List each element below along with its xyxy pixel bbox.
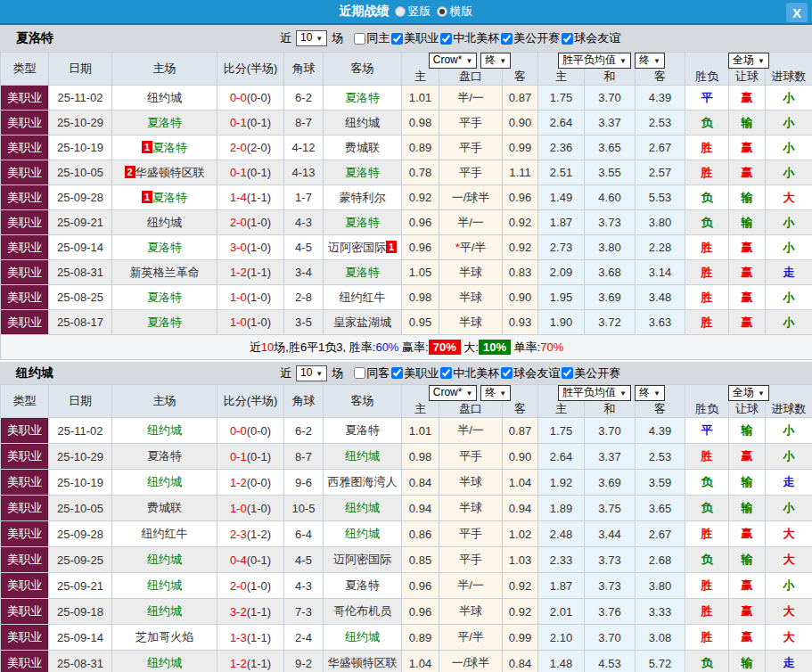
home-team[interactable]: 纽约城 <box>112 86 217 111</box>
home-team-name[interactable]: 纽约红牛 <box>142 527 188 540</box>
home-team[interactable]: 新英格兰革命 <box>112 260 217 285</box>
away-team[interactable]: 纽约城 <box>324 496 402 521</box>
filter-checkbox[interactable] <box>391 33 403 45</box>
home-team[interactable]: 夏洛特 <box>112 285 217 310</box>
home-team-name[interactable]: 夏洛特 <box>152 141 187 154</box>
filter-checkbox[interactable] <box>391 367 403 379</box>
filter-check-2[interactable]: 中北美杯 <box>440 365 499 381</box>
away-team-name[interactable]: 纽约城 <box>345 630 380 643</box>
away-team[interactable]: 西雅图海湾人 <box>324 470 402 496</box>
filter-check-3[interactable]: 美公开赛 <box>501 30 560 46</box>
home-team-name[interactable]: 芝加哥火焰 <box>135 630 193 643</box>
home-team-name[interactable]: 夏洛特 <box>147 291 182 304</box>
away-team[interactable]: 纽约城 <box>324 625 402 651</box>
home-team[interactable]: 夏洛特 <box>112 444 217 470</box>
filter-check-0[interactable]: 同客 <box>354 365 390 381</box>
filter-checkbox[interactable] <box>562 367 573 379</box>
home-team[interactable]: 纽约城 <box>112 210 217 235</box>
away-team[interactable]: 迈阿密国际 <box>324 547 402 573</box>
home-team-name[interactable]: 纽约城 <box>147 553 182 566</box>
filter-check-0[interactable]: 同主 <box>354 30 390 46</box>
away-team[interactable]: 夏洛特 <box>324 210 402 235</box>
away-team[interactable]: 纽约红牛 <box>324 285 402 310</box>
home-team[interactable]: 费城联 <box>112 496 217 521</box>
away-team-name[interactable]: 纽约红牛 <box>340 291 386 304</box>
home-team[interactable]: 1夏洛特 <box>112 135 217 160</box>
match-count-select[interactable]: 10▼ <box>296 30 327 46</box>
away-team-name[interactable]: 夏洛特 <box>345 578 380 592</box>
home-team-name[interactable]: 夏洛特 <box>147 116 182 129</box>
home-team-name[interactable]: 夏洛特 <box>147 316 182 329</box>
odds-source-select[interactable]: Crow*▼ <box>429 53 478 69</box>
home-team[interactable]: 纽约城 <box>112 599 217 625</box>
away-team[interactable]: 夏洛特 <box>324 573 402 599</box>
away-team[interactable]: 夏洛特 <box>324 260 402 285</box>
odds-time-select[interactable]: 终▼ <box>480 53 511 69</box>
home-team[interactable]: 2华盛顿特区联 <box>112 160 217 185</box>
home-team-name[interactable]: 纽约城 <box>147 216 182 229</box>
filter-checkbox[interactable] <box>354 367 365 379</box>
home-team-name[interactable]: 华盛顿特区联 <box>135 166 205 179</box>
home-team[interactable]: 芝加哥火焰 <box>112 625 217 651</box>
filter-check-4[interactable]: 球会友谊 <box>562 30 620 46</box>
away-team-name[interactable]: 华盛顿特区联 <box>328 656 398 669</box>
away-team-name[interactable]: 纽约城 <box>345 527 380 540</box>
home-team-name[interactable]: 纽约城 <box>147 423 182 437</box>
away-team[interactable]: 迈阿密国际1 <box>324 235 402 260</box>
avg-odds-select[interactable]: 胜平负均值▼ <box>558 53 631 69</box>
home-team[interactable]: 夏洛特 <box>112 111 217 135</box>
home-team[interactable]: 纽约红牛 <box>112 521 217 547</box>
away-team-name[interactable]: 皇家盐湖城 <box>333 316 391 329</box>
away-team-name[interactable]: 夏洛特 <box>345 91 380 104</box>
filter-checkbox[interactable] <box>354 33 365 45</box>
away-team-name[interactable]: 费城联 <box>345 141 380 154</box>
close-button[interactable]: X <box>786 3 808 22</box>
filter-checkbox[interactable] <box>440 367 452 379</box>
home-team-name[interactable]: 纽约城 <box>147 91 182 104</box>
home-team[interactable]: 纽约城 <box>112 651 217 672</box>
home-team[interactable]: 夏洛特 <box>112 310 217 335</box>
home-team[interactable]: 1夏洛特 <box>112 185 217 210</box>
filter-check-1[interactable]: 美职业 <box>391 30 439 46</box>
away-team[interactable]: 夏洛特 <box>324 86 402 111</box>
home-team-name[interactable]: 夏洛特 <box>147 241 182 254</box>
home-team-name[interactable]: 费城联 <box>147 501 182 514</box>
away-team[interactable]: 华盛顿特区联 <box>324 651 402 672</box>
home-team[interactable]: 夏洛特 <box>112 235 217 260</box>
odds-source-select[interactable]: Crow*▼ <box>429 385 478 401</box>
filter-check-1[interactable]: 美职业 <box>391 365 439 381</box>
home-team-name[interactable]: 纽约城 <box>147 475 182 488</box>
scope-select[interactable]: 全场▼ <box>728 53 769 69</box>
away-team[interactable]: 纽约城 <box>324 521 402 547</box>
away-team-name[interactable]: 哥伦布机员 <box>333 604 391 618</box>
away-team-name[interactable]: 夏洛特 <box>345 216 380 229</box>
scope-select[interactable]: 全场▼ <box>728 385 769 401</box>
radio-unselected-icon[interactable] <box>395 6 406 17</box>
away-team-name[interactable]: 迈阿密国际 <box>333 553 391 566</box>
away-team-name[interactable]: 夏洛特 <box>345 266 380 279</box>
filter-checkbox[interactable] <box>440 33 452 45</box>
avg-odds-select[interactable]: 胜平负均值▼ <box>558 385 631 401</box>
away-team-name[interactable]: 纽约城 <box>345 501 380 514</box>
filter-check-4[interactable]: 美公开赛 <box>562 365 620 381</box>
home-team-name[interactable]: 纽约城 <box>147 656 182 669</box>
home-team[interactable]: 纽约城 <box>112 470 217 496</box>
layout-option-horizontal[interactable]: 横版 <box>437 4 473 20</box>
away-team[interactable]: 夏洛特 <box>324 160 402 185</box>
filter-check-3[interactable]: 球会友谊 <box>501 365 560 381</box>
away-team-name[interactable]: 西雅图海湾人 <box>328 475 398 488</box>
home-team[interactable]: 纽约城 <box>112 418 217 444</box>
away-team-name[interactable]: 蒙特利尔 <box>340 191 386 204</box>
filter-checkbox[interactable] <box>501 367 513 379</box>
filter-check-2[interactable]: 中北美杯 <box>440 30 499 46</box>
away-team[interactable]: 费城联 <box>324 135 402 160</box>
away-team-name[interactable]: 纽约城 <box>345 449 380 463</box>
home-team-name[interactable]: 夏洛特 <box>152 191 187 204</box>
away-team[interactable]: 哥伦布机员 <box>324 599 402 625</box>
away-team[interactable]: 皇家盐湖城 <box>324 310 402 335</box>
away-team[interactable]: 蒙特利尔 <box>324 185 402 210</box>
home-team-name[interactable]: 纽约城 <box>147 604 182 618</box>
away-team-name[interactable]: 纽约城 <box>345 116 380 129</box>
away-team-name[interactable]: 迈阿密国际 <box>328 241 386 254</box>
match-count-select[interactable]: 10▼ <box>296 365 327 381</box>
